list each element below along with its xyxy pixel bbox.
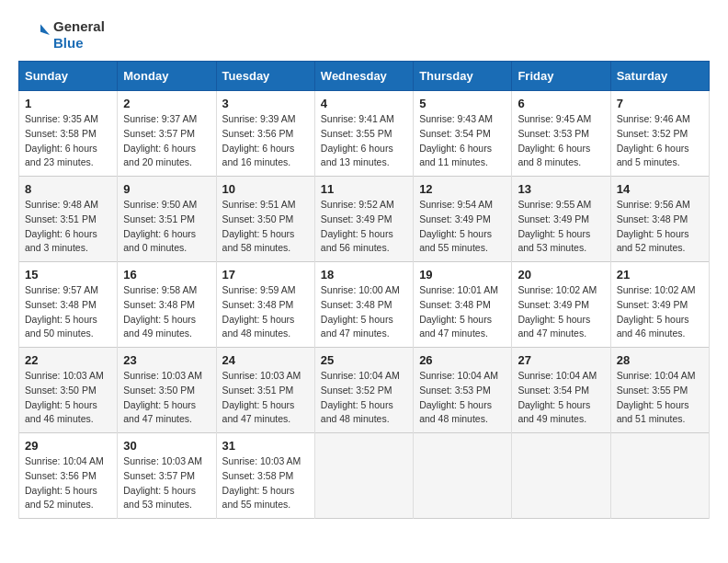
day-info: Sunrise: 10:04 AM Sunset: 3:55 PM Daylig… [617,369,703,427]
calendar-cell: 16 Sunrise: 9:58 AM Sunset: 3:48 PM Dayl… [118,262,216,348]
calendar-cell: 2 Sunrise: 9:37 AM Sunset: 3:57 PM Dayli… [118,91,216,177]
calendar-cell: 22 Sunrise: 10:03 AM Sunset: 3:50 PM Day… [19,348,118,433]
calendar-cell: 31 Sunrise: 10:03 AM Sunset: 3:58 PM Day… [216,433,314,519]
calendar-cell: 20 Sunrise: 10:02 AM Sunset: 3:49 PM Day… [512,262,610,348]
day-number: 14 [617,182,703,196]
col-thursday: Thursday [414,62,512,91]
day-info: Sunrise: 10:00 AM Sunset: 3:48 PM Daylig… [321,283,407,341]
day-number: 27 [518,353,604,367]
day-number: 29 [25,439,111,453]
day-number: 2 [123,97,210,110]
calendar-cell: 30 Sunrise: 10:03 AM Sunset: 3:57 PM Day… [118,433,216,519]
calendar-cell: 28 Sunrise: 10:04 AM Sunset: 3:55 PM Day… [610,348,709,433]
calendar-cell: 19 Sunrise: 10:01 AM Sunset: 3:48 PM Day… [414,262,512,348]
calendar-cell [314,433,413,519]
calendar-cell [610,433,709,519]
col-saturday: Saturday [610,62,709,91]
day-info: Sunrise: 9:48 AM Sunset: 3:51 PM Dayligh… [25,198,111,256]
col-wednesday: Wednesday [314,62,413,91]
day-number: 13 [518,182,604,196]
svg-rect-2 [20,22,40,34]
day-info: Sunrise: 10:03 AM Sunset: 3:50 PM Daylig… [25,369,111,427]
calendar-cell: 3 Sunrise: 9:39 AM Sunset: 3:56 PM Dayli… [216,91,314,177]
day-info: Sunrise: 9:56 AM Sunset: 3:48 PM Dayligh… [617,198,703,256]
calendar-cell [512,433,610,519]
day-number: 16 [123,268,210,282]
day-info: Sunrise: 9:58 AM Sunset: 3:48 PM Dayligh… [123,283,210,341]
logo-container: General Blue [18,18,105,52]
day-number: 17 [222,268,309,282]
day-number: 7 [617,97,703,110]
logo-svg [18,18,51,52]
day-number: 9 [123,182,210,196]
day-number: 24 [222,353,309,367]
calendar-cell: 5 Sunrise: 9:43 AM Sunset: 3:54 PM Dayli… [414,91,512,177]
day-number: 11 [321,182,407,196]
day-number: 12 [419,182,506,196]
day-number: 30 [123,439,210,453]
calendar-cell: 27 Sunrise: 10:04 AM Sunset: 3:54 PM Day… [512,348,610,433]
calendar-cell: 12 Sunrise: 9:54 AM Sunset: 3:49 PM Dayl… [414,177,512,262]
day-number: 4 [321,97,407,110]
calendar-row: 8 Sunrise: 9:48 AM Sunset: 3:51 PM Dayli… [19,177,710,262]
day-info: Sunrise: 10:03 AM Sunset: 3:50 PM Daylig… [123,369,210,427]
col-sunday: Sunday [19,62,118,91]
day-number: 21 [617,268,703,282]
day-number: 19 [419,268,506,282]
day-info: Sunrise: 9:54 AM Sunset: 3:49 PM Dayligh… [419,198,506,256]
day-info: Sunrise: 9:35 AM Sunset: 3:58 PM Dayligh… [25,112,111,170]
day-info: Sunrise: 10:03 AM Sunset: 3:58 PM Daylig… [222,454,309,512]
logo-general: General [53,18,105,35]
day-info: Sunrise: 9:51 AM Sunset: 3:50 PM Dayligh… [222,198,309,256]
day-number: 3 [222,97,309,110]
calendar-cell: 6 Sunrise: 9:45 AM Sunset: 3:53 PM Dayli… [512,91,610,177]
header: General Blue [18,18,710,52]
day-info: Sunrise: 10:04 AM Sunset: 3:53 PM Daylig… [419,369,506,427]
day-number: 8 [25,182,111,196]
svg-rect-3 [20,36,40,48]
day-number: 23 [123,353,210,367]
day-info: Sunrise: 9:50 AM Sunset: 3:51 PM Dayligh… [123,198,210,256]
logo: General Blue [18,18,105,52]
day-number: 22 [25,353,111,367]
day-info: Sunrise: 9:55 AM Sunset: 3:49 PM Dayligh… [518,198,604,256]
col-tuesday: Tuesday [216,62,314,91]
calendar-cell: 4 Sunrise: 9:41 AM Sunset: 3:55 PM Dayli… [314,91,413,177]
logo-graphic [18,18,51,52]
day-info: Sunrise: 10:02 AM Sunset: 3:49 PM Daylig… [518,283,604,341]
day-number: 1 [25,97,111,110]
logo-text: General Blue [53,18,105,52]
calendar-table: Sunday Monday Tuesday Wednesday Thursday… [18,61,710,519]
calendar-cell: 15 Sunrise: 9:57 AM Sunset: 3:48 PM Dayl… [19,262,118,348]
day-info: Sunrise: 9:43 AM Sunset: 3:54 PM Dayligh… [419,112,506,170]
calendar-cell: 25 Sunrise: 10:04 AM Sunset: 3:52 PM Day… [314,348,413,433]
calendar-cell: 8 Sunrise: 9:48 AM Sunset: 3:51 PM Dayli… [19,177,118,262]
calendar-cell: 14 Sunrise: 9:56 AM Sunset: 3:48 PM Dayl… [610,177,709,262]
day-number: 15 [25,268,111,282]
day-info: Sunrise: 9:41 AM Sunset: 3:55 PM Dayligh… [321,112,407,170]
logo-blue: Blue [53,35,105,52]
day-number: 5 [419,97,506,110]
day-info: Sunrise: 9:39 AM Sunset: 3:56 PM Dayligh… [222,112,309,170]
calendar-row: 29 Sunrise: 10:04 AM Sunset: 3:56 PM Day… [19,433,710,519]
calendar-cell: 29 Sunrise: 10:04 AM Sunset: 3:56 PM Day… [19,433,118,519]
day-info: Sunrise: 9:57 AM Sunset: 3:48 PM Dayligh… [25,283,111,341]
day-number: 25 [321,353,407,367]
calendar-row: 1 Sunrise: 9:35 AM Sunset: 3:58 PM Dayli… [19,91,710,177]
calendar-cell: 7 Sunrise: 9:46 AM Sunset: 3:52 PM Dayli… [610,91,709,177]
day-number: 28 [617,353,703,367]
calendar-cell: 11 Sunrise: 9:52 AM Sunset: 3:49 PM Dayl… [314,177,413,262]
calendar-cell: 24 Sunrise: 10:03 AM Sunset: 3:51 PM Day… [216,348,314,433]
day-number: 31 [222,439,309,453]
day-info: Sunrise: 9:59 AM Sunset: 3:48 PM Dayligh… [222,283,309,341]
day-info: Sunrise: 10:04 AM Sunset: 3:52 PM Daylig… [321,369,407,427]
day-info: Sunrise: 9:37 AM Sunset: 3:57 PM Dayligh… [123,112,210,170]
calendar-cell: 23 Sunrise: 10:03 AM Sunset: 3:50 PM Day… [118,348,216,433]
col-monday: Monday [118,62,216,91]
day-number: 10 [222,182,309,196]
calendar-cell: 10 Sunrise: 9:51 AM Sunset: 3:50 PM Dayl… [216,177,314,262]
day-number: 26 [419,353,506,367]
calendar-cell: 17 Sunrise: 9:59 AM Sunset: 3:48 PM Dayl… [216,262,314,348]
calendar-row: 22 Sunrise: 10:03 AM Sunset: 3:50 PM Day… [19,348,710,433]
calendar-cell: 9 Sunrise: 9:50 AM Sunset: 3:51 PM Dayli… [118,177,216,262]
